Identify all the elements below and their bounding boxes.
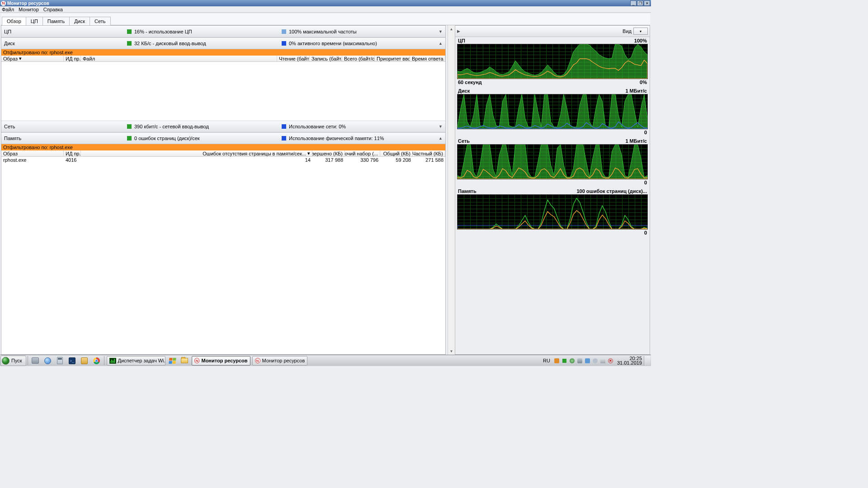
- show-desktop-button[interactable]: [644, 356, 650, 366]
- view-dropdown[interactable]: ▾: [633, 28, 648, 35]
- minimize-button[interactable]: _: [630, 0, 637, 6]
- graph-disk-max: 1 МБит/c: [625, 88, 647, 94]
- section-mem-title: Память: [4, 136, 126, 141]
- tab-disk[interactable]: Диск: [69, 17, 90, 25]
- section-disk-header[interactable]: Диск 32 КБ/c - дисковый ввод-вывод 0% ак…: [1, 38, 445, 49]
- tab-network[interactable]: Сеть: [90, 17, 110, 25]
- disk-table-body: [1, 62, 445, 121]
- disk-columns: Образ ▾ ИД пр... Файл Чтение (байт/с) За…: [1, 56, 445, 62]
- scroll-down-icon[interactable]: ▼: [448, 347, 455, 355]
- mem-faults-swatch: [127, 136, 132, 141]
- col-write[interactable]: Запись (байт/с): [310, 56, 342, 61]
- chevron-up-icon[interactable]: ▲: [439, 136, 443, 141]
- tray-clock[interactable]: 20:25 31.01.2019: [617, 356, 642, 365]
- start-button[interactable]: Пуск: [0, 356, 26, 366]
- cell-pid: 4016: [64, 157, 81, 163]
- mem-table-body: [1, 163, 445, 354]
- mem-row-rphost[interactable]: rphost.exe 4016 14 317 988 330 796 59 20…: [1, 157, 445, 163]
- ql-chrome[interactable]: [91, 356, 102, 365]
- tray-icon[interactable]: [592, 358, 598, 364]
- col-resp[interactable]: Время ответа (мс): [410, 56, 445, 61]
- section-cpu-header[interactable]: ЦП 16% - использование ЦП 100% максималь…: [1, 26, 445, 38]
- chevron-up-icon[interactable]: ▲: [439, 41, 443, 46]
- resmon-icon: N: [194, 358, 200, 363]
- cell-image: rphost.exe: [1, 157, 64, 163]
- graph-mem-title: Память: [458, 188, 476, 194]
- tray-icon[interactable]: [561, 358, 567, 364]
- tray-icon[interactable]: [577, 358, 583, 364]
- tray-icon[interactable]: [600, 358, 606, 364]
- tab-memory[interactable]: Память: [42, 17, 70, 25]
- col-total[interactable]: Всего (байт/с): [342, 56, 375, 61]
- close-button[interactable]: ✕: [644, 0, 650, 6]
- mcol-image[interactable]: Образ: [1, 150, 64, 156]
- ql-snip[interactable]: [79, 356, 90, 365]
- disk-filter-text: Отфильтровано по: rphost.exe: [3, 50, 73, 55]
- graph-net-title: Сеть: [458, 138, 470, 144]
- col-file[interactable]: Файл: [81, 56, 277, 61]
- section-cpu-title: ЦП: [4, 29, 126, 34]
- cpu-usage-text: 16% - использование ЦП: [134, 29, 192, 34]
- taskbar-task-resmon-1[interactable]: N Монитор ресурсов: [192, 356, 250, 366]
- tabstrip: Обзор ЦП Память Диск Сеть: [1, 14, 650, 25]
- chevron-down-icon[interactable]: ▼: [439, 124, 443, 129]
- graph-net-canvas: [457, 144, 648, 179]
- graph-mem-min: 0: [644, 230, 647, 235]
- tab-cpu[interactable]: ЦП: [26, 17, 43, 25]
- ql-calc[interactable]: [55, 356, 65, 365]
- section-net-title: Сеть: [4, 124, 126, 129]
- taskbar-task-resmon-2[interactable]: N Монитор ресурсов: [252, 356, 308, 366]
- tray-icon[interactable]: ✖: [608, 358, 613, 364]
- tray-icon[interactable]: [569, 358, 575, 364]
- menu-monitor[interactable]: Монитор: [19, 7, 39, 12]
- graph-panel: ▶ Вид ▾ ЦП100% 60 секунд0% Диск1 МБит/c …: [455, 25, 650, 355]
- mem-use-text: Использование физической памяти: 11%: [289, 136, 384, 141]
- lang-indicator[interactable]: RU: [543, 358, 550, 363]
- maximize-button[interactable]: ❐: [637, 0, 643, 6]
- col-image[interactable]: Образ ▾: [1, 56, 64, 61]
- mem-use-swatch: [282, 136, 286, 141]
- ql-explorer[interactable]: [179, 356, 190, 365]
- mcol-hard[interactable]: Ошибок отсутствия страницы в памяти/сек.…: [81, 150, 312, 156]
- section-mem-header[interactable]: Память 0 ошибок страниц (диск)/сек Испол…: [1, 132, 445, 144]
- mem-filter-bar: Отфильтровано по: rphost.exe: [1, 144, 445, 150]
- mcol-pid[interactable]: ИД пр...: [64, 150, 81, 156]
- mcol-ws[interactable]: Рабочий набор (...: [345, 150, 380, 156]
- ql-printer[interactable]: [30, 356, 41, 365]
- graph-cpu-xaxis: 60 секунд: [458, 80, 482, 85]
- chevron-down-icon[interactable]: ▼: [439, 29, 443, 34]
- col-read[interactable]: Чтение (байт/с): [277, 56, 310, 61]
- ql-ie[interactable]: [42, 356, 53, 365]
- mcol-private[interactable]: Частный (КБ): [413, 150, 445, 156]
- cell-shared: 59 208: [380, 157, 413, 163]
- graph-net: Сеть1 МБит/c 0: [455, 137, 650, 188]
- menu-file[interactable]: Файл: [2, 7, 14, 12]
- disk-filter-bar: Отфильтровано по: rphost.exe: [1, 49, 445, 56]
- overview-left-panel: ЦП 16% - использование ЦП 100% максималь…: [1, 25, 446, 355]
- graph-cpu-min: 0%: [640, 80, 647, 85]
- tab-overview[interactable]: Обзор: [2, 17, 26, 25]
- play-icon[interactable]: ▶: [457, 29, 460, 33]
- taskbar-task-taskmgr[interactable]: Диспетчер задач Wi...: [107, 356, 165, 366]
- disk-active-swatch: [282, 41, 286, 46]
- ql-powershell[interactable]: >_: [67, 356, 77, 365]
- net-use-swatch: [282, 124, 286, 129]
- graph-cpu-title: ЦП: [458, 38, 465, 43]
- col-prio[interactable]: Приоритет ввод...: [375, 56, 410, 61]
- disk-io-text: 32 КБ/c - дисковый ввод-вывод: [134, 41, 206, 46]
- mem-columns: Образ ИД пр... Ошибок отсутствия страниц…: [1, 150, 445, 157]
- mcol-commit[interactable]: Завершено (КБ): [312, 150, 345, 156]
- scroll-up-icon[interactable]: ▲: [448, 25, 455, 33]
- cpu-usage-swatch: [127, 29, 132, 34]
- left-scrollbar[interactable]: ▲ ▼: [448, 25, 455, 355]
- ql-windows[interactable]: [167, 356, 178, 365]
- graph-mem: Память100 ошибок страниц (диск)... 0: [455, 188, 650, 238]
- mcol-shared[interactable]: Общий (КБ): [380, 150, 413, 156]
- disk-active-text: 0% активного времени (максимально): [289, 41, 377, 46]
- menu-help[interactable]: Справка: [43, 7, 63, 12]
- tray-icon[interactable]: [585, 358, 590, 364]
- section-net-header[interactable]: Сеть 390 кбит/c - сетевой ввод-вывод Исп…: [1, 121, 445, 132]
- net-io-text: 390 кбит/c - сетевой ввод-вывод: [134, 124, 209, 129]
- col-pid[interactable]: ИД пр...: [64, 56, 81, 61]
- tray-icon[interactable]: [554, 358, 560, 364]
